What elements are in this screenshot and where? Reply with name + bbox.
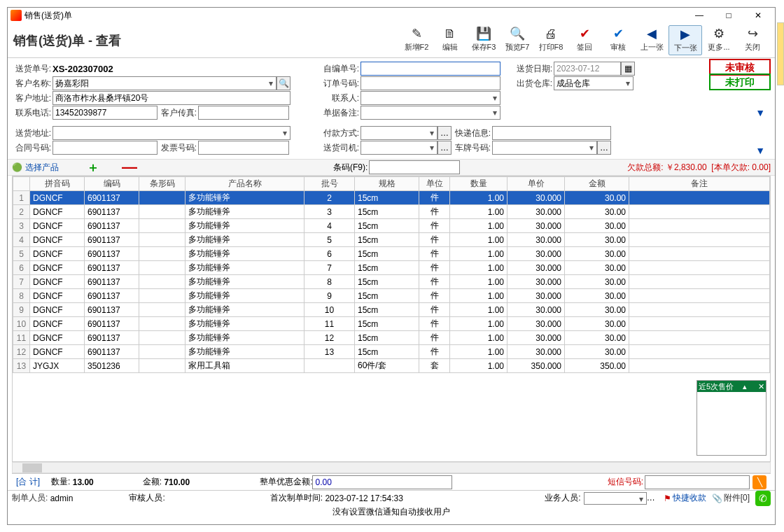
product-icon: 🟢 — [12, 162, 22, 172]
customer-addr-input[interactable]: 商洛市柞水县桑坪镇20号 — [52, 91, 290, 105]
audit-button[interactable]: ✔审核 — [601, 25, 635, 55]
side-strip — [777, 22, 784, 85]
edit-button[interactable]: 🗎编辑 — [433, 25, 467, 55]
order-no-input[interactable] — [360, 76, 500, 90]
discount-input[interactable] — [312, 475, 452, 489]
table-row[interactable]: 3DGNCF6901137多功能锤斧415cm件1.0030.00030.00 — [13, 219, 770, 233]
col-header[interactable]: 备注 — [629, 177, 770, 191]
quickpay-button[interactable]: ⚑快捷收款 — [664, 492, 706, 504]
remove-row-button[interactable]: — — [122, 158, 137, 176]
plate-more-button[interactable]: … — [597, 141, 611, 155]
warehouse-input[interactable]: 成品仓库 — [554, 76, 634, 90]
maximize-button[interactable]: □ — [715, 8, 743, 22]
arrears-info: 欠款总额: ￥2,830.00 [本单欠款: 0.00] — [627, 162, 771, 174]
select-product-button[interactable]: 🟢选择产品 — [12, 162, 59, 174]
add-row-button[interactable]: ＋ — [87, 159, 99, 176]
prev-button[interactable]: ◀上一张 — [635, 25, 668, 55]
table-row[interactable]: 9DGNCF6901137多功能锤斧1015cm件1.0030.00030.00 — [13, 303, 770, 317]
new-button[interactable]: ✎新增F2 — [400, 25, 433, 55]
grid-hscrollbar[interactable] — [12, 462, 771, 473]
signin-button[interactable]: ✔签回 — [568, 25, 601, 55]
table-row[interactable]: 12DGNCF6901137多功能锤斧1315cm件1.0030.00030.0… — [13, 345, 770, 359]
expand-arrow-2[interactable]: ▼ — [755, 145, 765, 156]
col-header[interactable]: 规格 — [355, 177, 419, 191]
phone-input[interactable]: 13452039877 — [52, 106, 158, 120]
next-button[interactable]: ▶下一张 — [668, 25, 702, 55]
contact-input[interactable] — [360, 91, 500, 105]
col-header[interactable]: 条形码 — [139, 177, 186, 191]
custom-no-input[interactable] — [360, 62, 500, 76]
date-picker-button[interactable]: ▦ — [621, 62, 635, 76]
delivery-no-label: 送货单号: — [12, 63, 52, 75]
expand-arrow-1[interactable]: ▼ — [755, 107, 765, 118]
ship-addr-input[interactable] — [52, 126, 290, 140]
table-row[interactable]: 2DGNCF6901137多功能锤斧315cm件1.0030.00030.00 — [13, 205, 770, 219]
express-input[interactable] — [492, 126, 611, 140]
biz-more-button[interactable]: … — [647, 492, 655, 505]
table-row[interactable]: 7DGNCF6901137多功能锤斧815cm件1.0030.00030.00 — [13, 275, 770, 289]
more-button[interactable]: ⚙更多... — [702, 25, 736, 55]
customer-name-input[interactable]: 扬嘉彩阳 — [52, 76, 276, 90]
remark-input[interactable] — [360, 106, 500, 120]
table-row[interactable]: 4DGNCF6901137多功能锤斧515cm件1.0030.00030.00 — [13, 233, 770, 247]
pay-method-input[interactable] — [360, 126, 438, 140]
fax-label: 客户传真: — [158, 107, 198, 119]
rss-icon[interactable]: ╲ — [752, 475, 766, 489]
express-label: 快递信息: — [451, 127, 492, 139]
driver-more-button[interactable]: … — [438, 141, 451, 155]
col-header[interactable]: 数量 — [450, 177, 507, 191]
barcode-input[interactable] — [369, 160, 460, 174]
app-icon — [10, 10, 22, 21]
qty-label: 数量: — [51, 476, 70, 488]
recent-price-title: 近5次售价 — [699, 382, 734, 392]
page-title: 销售(送货)单 - 查看 — [13, 32, 400, 49]
preview-button[interactable]: 🔍预览F7 — [500, 25, 534, 55]
barcode-label: 条码(F9): — [333, 162, 368, 174]
preview-icon: 🔍 — [510, 27, 525, 41]
wechat-icon[interactable]: ✆ — [755, 491, 771, 506]
pay-more-button[interactable]: … — [438, 126, 451, 140]
delivery-date-input[interactable]: 2023-07-12 — [554, 62, 621, 76]
table-row[interactable]: 11DGNCF6901137多功能锤斧1215cm件1.0030.00030.0… — [13, 331, 770, 345]
attach-icon: 📎 — [712, 493, 722, 503]
driver-input[interactable] — [360, 141, 438, 155]
panel-pin-icon[interactable]: ▴ — [743, 382, 747, 391]
col-header[interactable]: 编码 — [85, 177, 139, 191]
qty-total: 13.00 — [73, 477, 94, 487]
col-header[interactable]: 金额 — [565, 177, 629, 191]
print-button[interactable]: 🖨打印F8 — [534, 25, 568, 55]
product-grid[interactable]: 拼音码编码条形码产品名称批号规格单位数量单价金额备注 1DGNCF6901137… — [12, 176, 771, 462]
invoice-no-input[interactable] — [198, 141, 289, 155]
col-header[interactable]: 批号 — [304, 177, 355, 191]
exit-icon: ↪ — [748, 27, 758, 41]
attach-button[interactable]: 📎附件[0] — [712, 492, 750, 504]
col-header[interactable]: 产品名称 — [186, 177, 304, 191]
contract-no-label: 合同号码: — [12, 142, 52, 154]
table-row[interactable]: 5DGNCF6901137多功能锤斧615cm件1.0030.00030.00 — [13, 247, 770, 261]
table-row[interactable]: 8DGNCF6901137多功能锤斧915cm件1.0030.00030.00 — [13, 289, 770, 303]
sms-input[interactable] — [645, 475, 750, 489]
table-row[interactable]: 1DGNCF6901137多功能锤斧215cm件1.0030.00030.00 — [13, 191, 770, 205]
close-doc-button[interactable]: ↪关闭 — [736, 25, 769, 55]
prev-icon: ◀ — [647, 27, 657, 41]
table-row[interactable]: 10DGNCF6901137多功能锤斧1115cm件1.0030.00030.0… — [13, 317, 770, 331]
table-row[interactable]: 13JYGJX3501236家用工具箱60件/套套1.00350.000350.… — [13, 359, 770, 373]
col-header[interactable]: 拼音码 — [30, 177, 85, 191]
remark-label: 单据备注: — [320, 107, 360, 119]
fax-input[interactable] — [198, 106, 289, 120]
panel-close-icon[interactable]: ✕ — [758, 382, 764, 391]
minimize-button[interactable]: — — [685, 8, 713, 22]
contract-no-input[interactable] — [52, 141, 158, 155]
close-button[interactable]: ✕ — [744, 8, 772, 22]
first-time-label: 首次制单时间: — [270, 492, 323, 504]
warehouse-label: 出货仓库: — [509, 78, 554, 90]
customer-lookup-button[interactable]: 🔍 — [276, 76, 290, 90]
save-button[interactable]: 💾保存F3 — [467, 25, 500, 55]
biz-label: 业务人员: — [545, 492, 580, 504]
plate-input[interactable] — [492, 141, 597, 155]
col-header[interactable]: 单位 — [419, 177, 450, 191]
biz-select[interactable] — [584, 492, 647, 505]
table-row[interactable]: 6DGNCF6901137多功能锤斧715cm件1.0030.00030.00 — [13, 261, 770, 275]
check-red-icon: ✔ — [580, 27, 590, 41]
col-header[interactable]: 单价 — [507, 177, 565, 191]
